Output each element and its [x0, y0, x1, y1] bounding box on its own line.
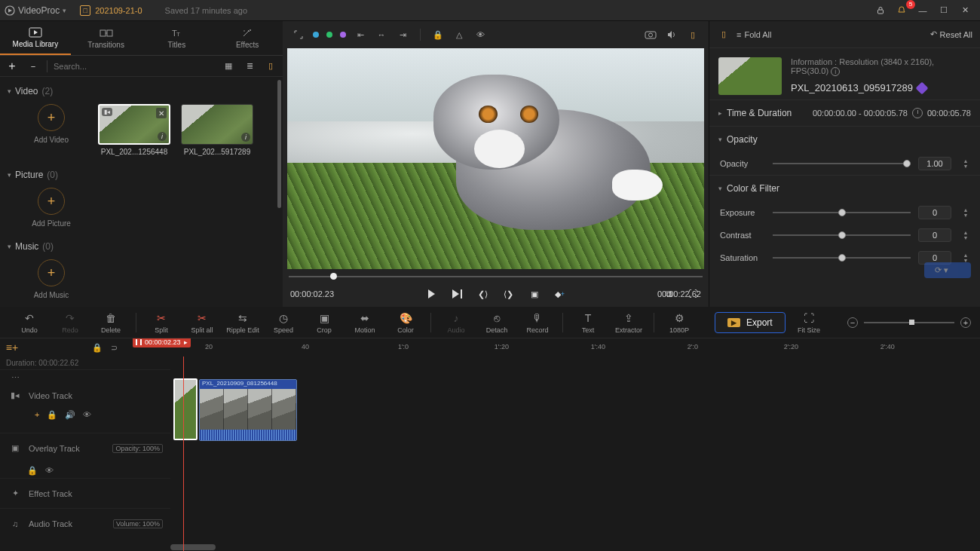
- minimize-button[interactable]: —: [912, 2, 933, 19]
- saturation-slider[interactable]: [773, 257, 911, 259]
- clip-thumbnail-1[interactable]: ▮◂✕i PXL_202...1256448: [96, 104, 172, 156]
- stepper-down[interactable]: ▼: [962, 213, 969, 218]
- tab-effects[interactable]: Effects: [212, 21, 283, 55]
- play-range-button[interactable]: [449, 286, 466, 302]
- snapshot-icon[interactable]: [644, 28, 657, 41]
- audio-track-head[interactable]: ♫ Audio Track Volume: 100%: [0, 508, 170, 538]
- track-visibility-icon[interactable]: 👁: [45, 466, 54, 475]
- timeline-lock-icon[interactable]: 🔒: [89, 343, 106, 353]
- exposure-slider[interactable]: [773, 212, 911, 213]
- stepper-up[interactable]: ▲: [962, 207, 969, 213]
- stepper-down[interactable]: ▼: [962, 235, 969, 240]
- resolution-button[interactable]: ⚙1080P: [659, 311, 700, 334]
- overlay-track-head[interactable]: ▣ Overlay Track Opacity: 100%: [0, 433, 170, 463]
- track-mute-icon[interactable]: 🔊: [65, 410, 75, 420]
- project-name[interactable]: □ 202109-21-0: [80, 5, 142, 16]
- snap-right-icon[interactable]: ⇥: [396, 28, 409, 41]
- audio-button[interactable]: ♪Audio: [436, 311, 476, 334]
- tab-titles[interactable]: TT Titles: [142, 21, 213, 55]
- reset-all-button[interactable]: ↶Reset All: [930, 29, 972, 39]
- color-button[interactable]: 🎨Color: [385, 311, 426, 334]
- timeline-h-scrollbar[interactable]: [170, 543, 980, 551]
- stepper-up[interactable]: ▲: [962, 158, 969, 164]
- add-subtrack-button[interactable]: +: [35, 410, 39, 419]
- next-frame-button[interactable]: ⟨❯: [501, 286, 517, 302]
- section-opacity[interactable]: ▾Opacity: [709, 127, 980, 152]
- search-input[interactable]: [54, 60, 215, 73]
- motion-button[interactable]: ⬌Motion: [345, 311, 385, 334]
- fit-size-button[interactable]: ⛶Fit Size: [789, 311, 829, 334]
- preview-viewport[interactable]: [287, 48, 704, 269]
- split-all-button[interactable]: ✂Split all: [182, 311, 222, 334]
- section-music[interactable]: ▾Music(0): [0, 237, 283, 256]
- view-grid-icon[interactable]: ▦: [221, 59, 236, 74]
- fullscreen-icon[interactable]: ⛶: [684, 286, 701, 302]
- section-picture[interactable]: ▾Picture(0): [0, 165, 283, 185]
- timeline-clip-1[interactable]: [173, 378, 198, 440]
- zoom-out-button[interactable]: −: [847, 317, 858, 328]
- playhead-line[interactable]: [183, 357, 184, 551]
- info-icon[interactable]: i: [158, 132, 167, 141]
- timeline-canvas[interactable]: PXL_20210909_081256448: [170, 357, 980, 551]
- volume-icon[interactable]: [665, 28, 678, 41]
- crop-button[interactable]: ▣Crop: [304, 311, 345, 334]
- view-list-icon[interactable]: ≣: [242, 59, 257, 74]
- timeline-ruler[interactable]: 00:00:02.23▸ 20401':01':201':402':02':20…: [122, 338, 980, 357]
- export-button[interactable]: ▶Export: [715, 312, 786, 333]
- library-add-button[interactable]: +: [5, 59, 20, 74]
- cut-tool-icon[interactable]: △: [452, 28, 466, 41]
- zoom-slider[interactable]: [864, 322, 954, 323]
- exposure-value[interactable]: 0: [918, 206, 951, 219]
- tab-media-library[interactable]: Media Library: [0, 21, 71, 55]
- ripple-edit-button[interactable]: ⇆Ripple Edit: [222, 311, 263, 334]
- info-icon[interactable]: i: [241, 133, 250, 142]
- info-icon[interactable]: i: [831, 67, 840, 76]
- snap-center-icon[interactable]: ↔: [375, 28, 388, 41]
- text-button[interactable]: TText: [568, 311, 608, 334]
- close-button[interactable]: ✕: [954, 2, 975, 19]
- lock-icon[interactable]: [870, 2, 891, 19]
- preview-scrubber[interactable]: [289, 272, 703, 281]
- color-filter-more-button[interactable]: ⟳ ▾: [924, 262, 971, 278]
- redo-button[interactable]: ↷Redo: [50, 311, 90, 334]
- crop-view-icon[interactable]: ▣: [526, 286, 543, 302]
- add-video-tile[interactable]: +Add Video: [14, 104, 89, 156]
- fold-all-button[interactable]: ≡Fold All: [737, 30, 772, 39]
- effect-track-head[interactable]: ✦ Effect Track: [0, 478, 170, 508]
- track-lock-icon[interactable]: 🔒: [47, 410, 57, 420]
- undo-button[interactable]: ↶Undo: [9, 311, 50, 334]
- panel-toggle-icon[interactable]: ▯: [717, 28, 730, 41]
- remove-clip-icon[interactable]: ✕: [156, 108, 167, 118]
- contrast-slider[interactable]: [773, 234, 911, 236]
- extractor-button[interactable]: ⇪Extractor: [608, 311, 649, 334]
- section-color-filter[interactable]: ▾Color & Filter: [709, 176, 980, 201]
- maximize-button[interactable]: ☐: [933, 2, 954, 19]
- notifications-button[interactable]: 5: [891, 2, 912, 19]
- split-button[interactable]: ✂Split: [141, 311, 182, 334]
- pip-icon[interactable]: ⧉: [660, 286, 677, 302]
- track-lock-icon[interactable]: 🔒: [27, 466, 38, 476]
- opacity-slider[interactable]: [773, 163, 911, 164]
- stepper-up[interactable]: ▲: [962, 253, 969, 258]
- record-button[interactable]: 🎙Record: [517, 311, 558, 334]
- stepper-up[interactable]: ▲: [962, 230, 969, 235]
- detach-button[interactable]: ⎋Detach: [476, 311, 517, 334]
- marker-green[interactable]: [326, 32, 332, 38]
- library-remove-button[interactable]: −: [26, 59, 41, 74]
- add-picture-tile[interactable]: +Add Picture: [14, 188, 89, 228]
- zoom-in-button[interactable]: +: [960, 317, 971, 328]
- playhead-flag[interactable]: 00:00:02.23▸: [133, 338, 191, 347]
- panel-toggle-icon[interactable]: ▯: [686, 28, 700, 41]
- add-track-button[interactable]: ≡+: [3, 341, 21, 354]
- marker-purple[interactable]: [340, 32, 346, 38]
- delete-button[interactable]: 🗑Delete: [90, 311, 131, 334]
- snap-left-icon[interactable]: ⇤: [354, 28, 367, 41]
- library-scrollbar[interactable]: [277, 80, 281, 304]
- add-marker-icon[interactable]: ◆+: [552, 286, 568, 302]
- transform-icon[interactable]: [292, 28, 305, 41]
- speed-button[interactable]: ◷Speed: [263, 311, 304, 334]
- color-label-icon[interactable]: [915, 81, 928, 94]
- marker-blue[interactable]: [313, 32, 319, 38]
- tab-transitions[interactable]: Transitions: [71, 21, 142, 55]
- add-music-tile[interactable]: +Add Music: [14, 259, 89, 299]
